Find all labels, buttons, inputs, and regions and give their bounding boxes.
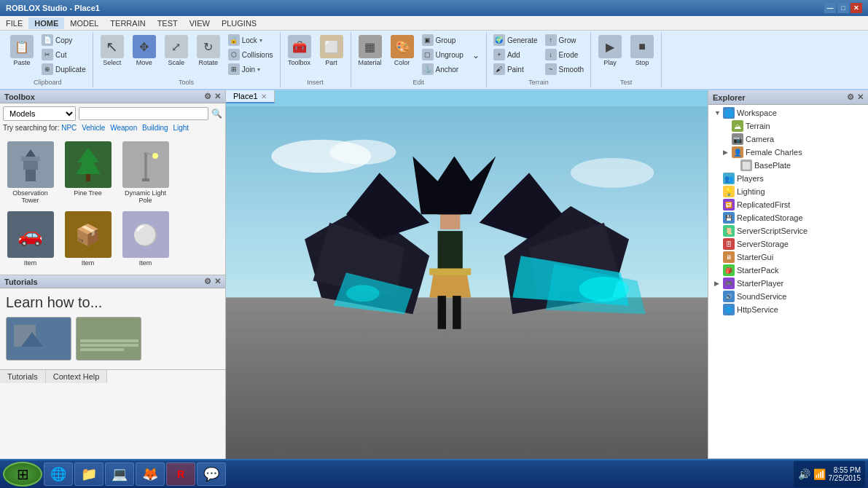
tray-network-icon[interactable]: 📶	[813, 468, 826, 480]
join-button[interactable]: ⊞ Join ▾	[226, 63, 275, 76]
taskbar-computer[interactable]: 💻	[105, 463, 134, 486]
context-help-tab[interactable]: Context Help	[46, 370, 108, 383]
menu-terrain[interactable]: TERRAIN	[104, 17, 151, 29]
select-button[interactable]: ↖ Select	[98, 34, 127, 68]
color-button[interactable]: 🎨 Color	[388, 34, 417, 68]
group-button[interactable]: ▣ Group	[420, 34, 466, 47]
move-button[interactable]: ✥ Move	[130, 34, 159, 68]
tool-item-pine-tree[interactable]: Pine Tree	[60, 139, 115, 206]
tool-item-observation-tower[interactable]: Observation Tower	[3, 139, 58, 206]
taskbar: ⊞ 🌐 📁 💻 🦊 R 💬 🔊 📶 8:55 PM 7/25/2015	[0, 459, 868, 488]
ungroup-button[interactable]: ▢ Ungroup	[420, 48, 466, 61]
start-button[interactable]: ⊞	[3, 462, 42, 487]
stop-button[interactable]: ■ Stop	[627, 34, 657, 68]
tree-camera[interactable]: 📷 Camera	[708, 133, 868, 146]
game-area[interactable]	[226, 106, 708, 472]
material-button[interactable]: ▦ Material	[356, 34, 385, 68]
grow-button[interactable]: ↑ Grow	[543, 34, 586, 47]
add-terrain-button[interactable]: + Add	[491, 48, 540, 61]
tree-lighting[interactable]: 💡 Lighting	[708, 185, 868, 198]
anchor-button[interactable]: ⚓ Anchor	[420, 63, 466, 76]
tree-server-storage[interactable]: 🗄 ServerStorage	[708, 237, 868, 251]
collisions-button[interactable]: ⬡ Collisions	[226, 48, 275, 61]
tool-item-4[interactable]: 🚗 Item	[3, 209, 58, 269]
tool-item-6[interactable]: ⚪ Item	[118, 209, 173, 269]
close-button[interactable]: ✕	[851, 3, 862, 13]
tree-server-script-service[interactable]: 📜 ServerScriptService	[708, 224, 868, 237]
part-button[interactable]: ⬜ Part	[317, 34, 346, 68]
menu-file[interactable]: FILE	[0, 17, 28, 29]
models-dropdown[interactable]: Models Decals Audio	[3, 106, 76, 121]
smooth-button[interactable]: ~ Smooth	[543, 63, 586, 76]
toolbox-close-icon[interactable]: ✕	[214, 92, 221, 101]
tree-starter-gui[interactable]: 🖥 StarterGui	[708, 251, 868, 264]
tree-players[interactable]: 👥 Players	[708, 172, 868, 185]
minimize-button[interactable]: —	[824, 3, 836, 13]
viewport: Place1 ✕	[226, 90, 708, 472]
menu-test[interactable]: TEST	[152, 17, 184, 29]
rotate-button[interactable]: ↻ Rotate	[194, 34, 223, 68]
lock-button[interactable]: 🔒 Lock ▾	[226, 34, 275, 47]
suggest-building[interactable]: Building	[142, 124, 168, 132]
menu-view[interactable]: VIEW	[184, 17, 216, 29]
generate-button[interactable]: 🌍 Generate	[491, 34, 540, 47]
play-button[interactable]: ▶ Play	[595, 34, 625, 68]
copy-label: Copy	[55, 36, 72, 44]
suggest-weapon[interactable]: Weapon	[110, 124, 137, 132]
tree-replicated-first[interactable]: 🔁 ReplicatedFirst	[708, 198, 868, 211]
cut-button[interactable]: ✂ Cut	[39, 48, 88, 61]
taskbar-ie[interactable]: 🌐	[44, 463, 73, 486]
tutorials-close-icon[interactable]: ✕	[214, 277, 221, 286]
suggest-npc[interactable]: NPC	[61, 124, 77, 132]
tree-starter-pack[interactable]: 🎒 StarterPack	[708, 264, 868, 277]
paste-button[interactable]: 📋 Paste	[7, 34, 36, 68]
right-panel: Explorer ⚙ ✕ ▼ 🌐 Workspace ⛰ Terrain	[708, 90, 868, 472]
suggest-light[interactable]: Light	[173, 124, 189, 132]
tree-workspace[interactable]: ▼ 🌐 Workspace	[708, 106, 868, 119]
taskbar-firefox[interactable]: 🦊	[136, 463, 165, 486]
suggest-vehicle[interactable]: Vehicle	[82, 124, 105, 132]
viewport-close-icon[interactable]: ✕	[261, 93, 267, 101]
explorer-close-icon[interactable]: ✕	[857, 93, 864, 102]
menu-plugins[interactable]: PLUGINS	[216, 17, 262, 29]
tutorial-item-2[interactable]	[76, 317, 141, 361]
tree-female-charles[interactable]: ▶ 👤 Female Charles	[708, 146, 868, 159]
svg-point-8	[152, 153, 158, 159]
scale-button[interactable]: ⤢ Scale	[162, 34, 191, 68]
models-row: Models Decals Audio 🔍	[3, 106, 222, 121]
taskbar-skype[interactable]: 💬	[197, 463, 226, 486]
starter-pack-icon: 🎒	[723, 264, 735, 276]
tree-replicated-storage[interactable]: 💾 ReplicatedStorage	[708, 211, 868, 224]
left-panel: Toolbox ⚙ ✕ Models Decals Audio	[0, 90, 226, 472]
maximize-button[interactable]: □	[837, 3, 849, 13]
tree-http-service[interactable]: 🌐 HttpService	[708, 303, 868, 316]
tutorial-item-1[interactable]	[6, 317, 71, 361]
toolbox-button[interactable]: 🧰 Toolbox	[285, 34, 314, 68]
tree-baseplate[interactable]: ⬜ BasePlate	[708, 159, 868, 172]
tool-item-light-pole[interactable]: Dynamic Light Pole	[118, 139, 173, 206]
tutorials-header: Tutorials ⚙ ✕	[0, 275, 225, 288]
menu-home[interactable]: HOME	[28, 17, 64, 29]
search-input[interactable]	[79, 107, 208, 120]
tree-terrain[interactable]: ⛰ Terrain	[708, 119, 868, 133]
edit-expand-button[interactable]: ⌄	[470, 50, 482, 61]
tree-starter-player[interactable]: ▶ 🎮 StarterPlayer	[708, 277, 868, 290]
menu-model[interactable]: MODEL	[64, 17, 104, 29]
tutorials-heading: Learn how to...	[6, 294, 219, 311]
search-button[interactable]: 🔍	[211, 109, 222, 119]
duplicate-button[interactable]: ⊕ Duplicate	[39, 63, 88, 76]
erode-button[interactable]: ↓ Erode	[543, 48, 586, 61]
baseplate-icon: ⬜	[740, 160, 752, 171]
toolbox-settings-icon[interactable]: ⚙	[204, 92, 211, 101]
tray-volume-icon[interactable]: 🔊	[798, 468, 810, 480]
taskbar-roblox[interactable]: R	[166, 463, 195, 486]
paint-terrain-button[interactable]: 🖌 Paint	[491, 63, 540, 76]
taskbar-explorer[interactable]: 📁	[74, 463, 103, 486]
tool-item-5[interactable]: 📦 Item	[60, 209, 115, 269]
copy-button[interactable]: 📄 Copy	[39, 34, 88, 47]
tutorials-tab[interactable]: Tutorials	[0, 370, 46, 383]
svg-marker-5	[76, 148, 101, 174]
tutorials-settings-icon[interactable]: ⚙	[204, 277, 211, 286]
explorer-settings-icon[interactable]: ⚙	[847, 93, 854, 102]
tree-sound-service[interactable]: 🔊 SoundService	[708, 290, 868, 303]
